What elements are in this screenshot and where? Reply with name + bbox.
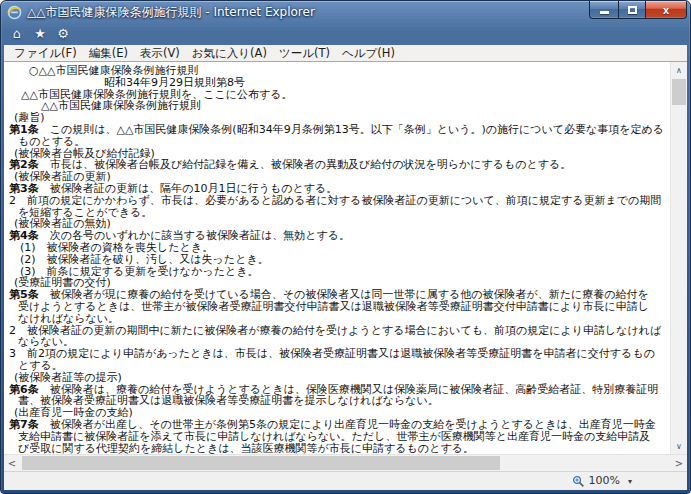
chevron-up-icon: ∧ xyxy=(676,66,682,75)
document-line: (1) 被保険者の資格を喪失したとき。 xyxy=(9,242,670,254)
document-line: (被保険者証等の提示) xyxy=(9,372,670,384)
document-line: 2 前項の規定にかかわらず、市長は、必要があると認める者に対する被保険者証の更新… xyxy=(9,195,670,207)
scroll-down-button[interactable]: ∨ xyxy=(671,438,687,454)
window-controls: x xyxy=(589,1,687,19)
document-line: び受取に関する代理契約を締結したときは、当該医療機関等が市長に申請するものとする… xyxy=(9,443,670,455)
document-line: 受けようとするときは、世帯主が被保険者受療証明書交付申請書又は退職被保険者等受療… xyxy=(9,301,670,313)
browser-window: △△市国民健康保険条例施行規則 - Internet Explorer x ⌂ … xyxy=(0,0,691,494)
menu-item-favorites[interactable]: お気に入り(A) xyxy=(186,45,273,61)
chevron-down-icon: ∨ xyxy=(676,442,682,451)
close-button[interactable]: x xyxy=(645,1,687,19)
document-line: 昭和34年9月29日規則第8号 xyxy=(9,77,670,89)
horizontal-scrollbar-thumb[interactable] xyxy=(22,456,500,470)
document-line: 第1条 この規則は、△△市国民健康保険条例(昭和34年9月条例第13号。以下「条… xyxy=(9,124,670,136)
menu-bar: ファイル(F)編集(E)表示(V)お気に入り(A)ツール(T)ヘルプ(H) xyxy=(4,45,687,62)
document-line: なければならない。 xyxy=(9,313,670,325)
scroll-left-button[interactable]: < xyxy=(4,455,20,471)
menu-item-tools[interactable]: ツール(T) xyxy=(273,45,336,61)
minimize-icon xyxy=(600,11,609,14)
window-title: △△市国民健康保険条例施行規則 - Internet Explorer xyxy=(27,1,315,23)
document-line: 第3条 被保険者証の更新は、隔年の10月1日に行うものとする。 xyxy=(9,183,670,195)
chevron-right-icon: > xyxy=(675,458,683,469)
scroll-up-button[interactable]: ∧ xyxy=(671,62,687,78)
menu-item-file[interactable]: ファイル(F) xyxy=(8,45,83,61)
client-area: ファイル(F)編集(E)表示(V)お気に入り(A)ツール(T)ヘルプ(H) ○△… xyxy=(4,45,687,490)
title-bar[interactable]: △△市国民健康保険条例施行規則 - Internet Explorer x xyxy=(1,1,690,23)
ie-logo-icon xyxy=(7,5,22,20)
document-line: 3 前2項の規定により申請があったときは、市長は、被保険者受療証明書又は退職被保… xyxy=(9,348,670,360)
horizontal-scrollbar[interactable]: < > xyxy=(4,454,687,471)
tools-gear-icon[interactable]: ⚙ xyxy=(56,23,70,45)
close-icon: x xyxy=(663,2,669,18)
document-line: 第7条 被保険者が出産し、その世帯主が条例第5条の規定により出産育児一時金の支給… xyxy=(9,419,670,431)
zoom-dropdown-icon[interactable]: ▾ xyxy=(624,477,632,486)
document-line: 支給申請書に被保険者証を添えて市長に申請しなければならない。ただし、世帯主が医療… xyxy=(9,431,670,443)
document-body: ○△△市国民健康保険条例施行規則昭和34年9月29日規則第8号△△市国民健康保険… xyxy=(4,62,670,454)
minimize-button[interactable] xyxy=(589,1,618,19)
zoom-control[interactable]: 100% ▾ xyxy=(572,472,632,490)
document-line: ものとする。 xyxy=(9,136,670,148)
zoom-level: 100% xyxy=(589,472,620,490)
document-line: △△市国民健康保険条例施行規則 xyxy=(9,100,670,112)
chevron-left-icon: < xyxy=(8,458,16,469)
maximize-button[interactable] xyxy=(618,1,645,19)
status-bar: 100% ▾ xyxy=(4,471,687,490)
page-content: ○△△市国民健康保険条例施行規則昭和34年9月29日規則第8号△△市国民健康保険… xyxy=(4,62,687,471)
favorites-star-icon[interactable]: ★ xyxy=(33,23,47,45)
menu-item-help[interactable]: ヘルプ(H) xyxy=(336,45,401,61)
document-line: 2 被保険者証の更新の期間中に新たに被保険者が療養の給付を受けようとする場合にお… xyxy=(9,325,670,337)
maximize-icon xyxy=(628,6,637,14)
scroll-right-button[interactable]: > xyxy=(671,455,687,471)
vertical-scrollbar-thumb[interactable] xyxy=(672,79,686,105)
magnifier-zoom-icon xyxy=(572,475,585,488)
document-line: (2) 被保険者証を破り、汚し、又は失ったとき。 xyxy=(9,254,670,266)
vertical-scrollbar[interactable]: ∧ ∨ xyxy=(670,62,687,454)
command-bar: ⌂ ★ ⚙ xyxy=(1,23,690,45)
home-icon[interactable]: ⌂ xyxy=(10,23,24,45)
document-line: とする。 xyxy=(9,360,670,372)
menu-item-edit[interactable]: 編集(E) xyxy=(83,45,134,61)
menu-item-view[interactable]: 表示(V) xyxy=(134,45,186,61)
